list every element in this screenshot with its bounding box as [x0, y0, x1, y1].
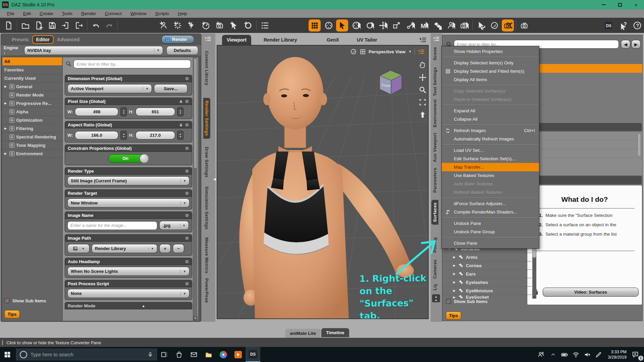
settings-filter-input[interactable] — [73, 60, 191, 68]
menu-edit[interactable]: Edit — [19, 10, 35, 17]
translate-tool-button[interactable] — [377, 19, 389, 32]
menu-item-expand-all[interactable]: Expand All — [442, 107, 539, 115]
category-favorites[interactable]: Favorites — [2, 66, 62, 74]
pane-menu-icon[interactable] — [205, 36, 211, 42]
create-spotlight-button[interactable] — [186, 19, 198, 32]
minimize-button[interactable] — [596, 0, 612, 9]
dock-tab-environment[interactable]: Environment — [431, 97, 438, 130]
scrollbar-thumb[interactable] — [194, 58, 197, 169]
category-general[interactable]: ▶GGeneral — [2, 82, 62, 91]
menu-item-auto-refresh-images[interactable]: Automatically Refresh Images — [442, 135, 539, 143]
tab-uv-tailor[interactable]: UV Tailor — [352, 35, 382, 45]
frame-tool-icon[interactable] — [419, 98, 427, 106]
expand-arrow-icon[interactable]: ▶ — [453, 272, 456, 276]
scroll-down-icon[interactable]: ▼ — [533, 296, 535, 299]
network-indicator[interactable] — [570, 347, 582, 362]
menu-item-load-uv-set[interactable]: Load UV Set... — [442, 146, 539, 155]
create-gauge-button[interactable] — [200, 19, 212, 32]
tips-button-right[interactable]: Tips — [446, 311, 461, 320]
menu-item-dforce-surface-adjuster[interactable]: dForce Surface Adjuster... — [442, 199, 539, 208]
category-progressive-rendering[interactable]: ▶GProgressive Re... — [2, 99, 62, 108]
engine-select[interactable]: NVIDIA Iray ▼ — [24, 46, 163, 55]
viewport-pane-menu-icon[interactable] — [419, 36, 427, 44]
dock-tab-simulation-settings[interactable]: Simulation Settings — [203, 184, 210, 232]
section-image-path[interactable]: Image Path — [65, 234, 192, 242]
lock-icon[interactable] — [179, 123, 183, 127]
joint-editor-button[interactable] — [405, 19, 417, 32]
tips-button-left[interactable]: Tips — [4, 310, 20, 318]
mic-icon[interactable] — [147, 352, 153, 358]
width-stepper[interactable]: ▲▼ — [120, 107, 127, 116]
lighting-sphere-icon[interactable] — [350, 48, 357, 55]
gear-icon[interactable] — [185, 236, 189, 240]
collapse-handle-icon[interactable]: ◀ — [213, 177, 216, 181]
render-settings-button[interactable] — [502, 19, 514, 32]
step-down-icon[interactable]: ▼ — [179, 135, 181, 138]
tab-editor[interactable]: Editor — [32, 35, 54, 44]
image-name-input[interactable] — [67, 221, 157, 230]
camera-cursor-button[interactable] — [458, 19, 470, 32]
taskbar-search[interactable] — [16, 349, 157, 360]
chevron-down-icon[interactable]: ▼ — [409, 50, 412, 53]
lock-icon[interactable] — [179, 99, 183, 104]
zoom-tool-icon[interactable] — [419, 86, 427, 94]
expand-arrow-icon[interactable]: ▶ — [453, 255, 456, 259]
reset-view-icon[interactable] — [419, 111, 427, 119]
media-app-button[interactable] — [231, 347, 246, 362]
render-type-select[interactable]: Still Image (Current Frame)▼ — [67, 176, 190, 185]
toggle-knob[interactable] — [140, 154, 149, 163]
open-file-button[interactable] — [19, 19, 32, 32]
menu-render[interactable]: Render — [77, 10, 100, 17]
category-alpha[interactable]: GAlpha — [2, 108, 62, 116]
menu-item-use-baked-textures[interactable]: Use Baked Textures — [442, 171, 539, 180]
render-target-select[interactable]: New Window▼ — [67, 198, 190, 207]
menu-connect[interactable]: Connect — [101, 10, 125, 17]
show-sub-items-checkbox[interactable]: ✓ — [4, 298, 10, 303]
redo-button[interactable] — [103, 19, 115, 32]
pen-settings-button[interactable] — [593, 347, 604, 362]
tree-item-ears[interactable]: ▶ Ears — [443, 270, 532, 278]
create-ring-button[interactable] — [242, 19, 254, 32]
menu-item-compile-renderman-shaders[interactable]: Compile RenderMan Shaders... — [442, 208, 539, 216]
taskbar-clock[interactable]: 3:33 PM 3/29/2019 — [608, 349, 627, 360]
dock-tab-render-settings[interactable]: Render Settings — [203, 98, 210, 139]
video-surfaces-button[interactable]: Video: Surfaces — [543, 288, 639, 297]
dock-tab-lights[interactable]: Lights — [431, 284, 438, 293]
aspect-height-field[interactable]: 217.0 — [136, 131, 175, 139]
step-down-icon[interactable]: ▼ — [122, 135, 125, 138]
menu-item-edit-surface-selection-sets[interactable]: Edit Surface Selection Set(s)... — [442, 155, 539, 163]
gear-icon[interactable] — [185, 191, 189, 195]
sphere-settings-button[interactable] — [488, 19, 500, 32]
category-all[interactable]: All — [2, 57, 62, 66]
dock-tab-aux-viewport[interactable]: Aux Viewport — [431, 130, 438, 165]
expand-arrow-icon[interactable]: ▶ — [453, 264, 456, 267]
step-up-icon[interactable]: ▲ — [179, 133, 181, 135]
pixel-width-field[interactable]: 498 — [75, 108, 118, 116]
menu-item-collapse-all[interactable]: Collapse All — [442, 115, 539, 123]
scale-tool-button[interactable] — [390, 19, 402, 32]
section-render-target[interactable]: Render Target — [65, 189, 192, 197]
menu-tools[interactable]: Tools — [58, 10, 76, 17]
nav-forward-button[interactable]: ▶ — [631, 40, 641, 49]
expand-arrow-icon[interactable]: ▶ — [453, 281, 456, 284]
height-stepper[interactable]: ▲▼ — [177, 131, 183, 140]
universal-rotate-button[interactable] — [364, 19, 376, 32]
section-pixel-size[interactable]: Pixel Size (Global) — [65, 98, 192, 105]
section-dimension-preset[interactable]: Dimension Preset (Global) — [65, 75, 192, 82]
tab-animate-lite[interactable]: aniMate Lite — [285, 329, 321, 338]
category-environment[interactable]: ▶GEnvironment — [2, 149, 62, 158]
save-preset-button[interactable]: Save... — [154, 84, 187, 93]
render-button-toolbar[interactable] — [519, 19, 531, 32]
dimension-preset-select[interactable]: Active Viewport▼ — [67, 84, 152, 93]
figure-setup-button[interactable] — [445, 19, 457, 32]
auto-headlamp-select[interactable]: When No Scene Lights▼ — [67, 267, 190, 276]
menu-item-display-selected-only[interactable]: Display Selected Item(s) Only — [442, 59, 539, 67]
tree-item-eyemoisture[interactable]: ▶ EyeMoisture — [443, 287, 532, 295]
dock-tab-scroll[interactable]: ▲▼ — [432, 294, 440, 302]
category-tone-mapping[interactable]: GTone Mapping — [2, 141, 62, 149]
section-auto-headlamp[interactable]: Auto Headlamp — [65, 258, 192, 265]
save-button[interactable] — [46, 19, 58, 32]
pan-tool-icon[interactable] — [419, 73, 427, 81]
expand-arrow-icon[interactable]: ▶ — [4, 85, 8, 88]
volume-indicator[interactable] — [582, 347, 593, 362]
